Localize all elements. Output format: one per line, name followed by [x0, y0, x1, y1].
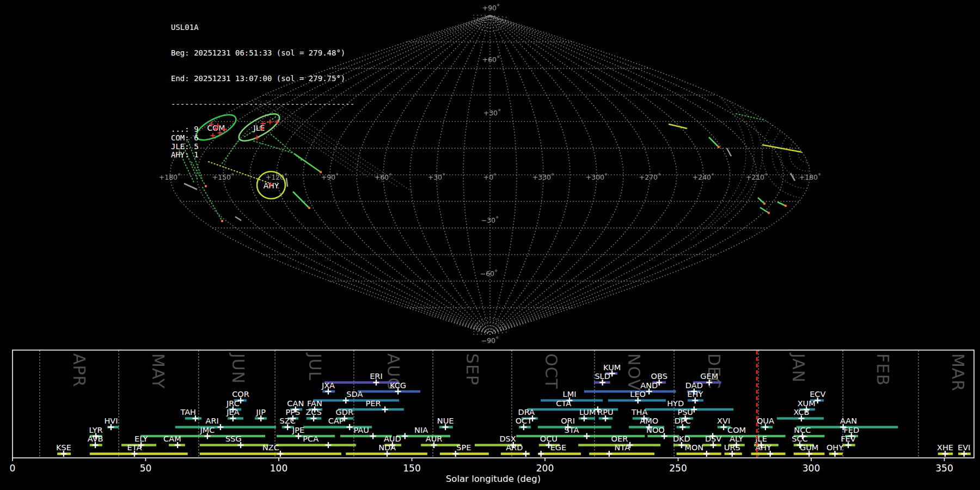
shower-bar-eta: [90, 452, 188, 455]
shower-bar-ege: [538, 452, 581, 455]
x-tick-label: 50: [140, 463, 152, 474]
shower-label-ard: ARD: [506, 443, 523, 452]
shower-label-gem: GEM: [700, 372, 718, 381]
shower-label-xhe: XHE: [937, 443, 953, 452]
shower-label-cam: CAM: [163, 434, 181, 443]
x-tick-label: 200: [536, 463, 554, 474]
shower-label-dad: DAD: [685, 381, 703, 390]
shower-label-gdr: GDR: [336, 408, 353, 416]
shower-bar-ari: [175, 426, 276, 428]
timeline-x-axis: 050100150200250300350Solar longitude (de…: [10, 458, 953, 484]
meteor-trail: [709, 137, 719, 147]
meteor-trail: [293, 192, 309, 208]
shower-label-aur: AUR: [426, 434, 443, 443]
shower-label-ssg: SSG: [225, 434, 242, 443]
shower-count-row: ...: 9: [171, 125, 354, 134]
shower-label-ari: ARI: [206, 416, 219, 425]
x-tick-label: 350: [935, 463, 953, 474]
map-longitude-label: +300˚: [586, 173, 608, 181]
shower-label-kum: KUM: [603, 363, 621, 372]
meteor-trail-end: [308, 207, 310, 209]
shower-label-jpe: JPE: [292, 426, 304, 434]
meteor-trail: [235, 217, 241, 220]
shower-label-sta: STA: [564, 426, 579, 434]
x-axis-title: Solar longitude (deg): [446, 474, 541, 484]
shower-label-lyr: LYR: [89, 426, 103, 434]
map-longitude-label: +270˚: [639, 173, 661, 181]
shower-label-sda: SDA: [346, 390, 363, 399]
map-longitude-label: +0˚: [483, 173, 497, 181]
shower-label-szc: SZC: [280, 416, 296, 425]
month-label-dec: DEC: [705, 353, 724, 389]
shower-label-psu: PSU: [677, 408, 693, 416]
shower-label-lmi: LMI: [563, 390, 577, 399]
shower-label-aan: AAN: [840, 416, 857, 425]
shower-label-eri: ERI: [370, 372, 383, 381]
meteor-trail: [789, 134, 813, 158]
shower-label-mon: MON: [684, 443, 703, 452]
meteor-trail: [795, 137, 821, 173]
shower-label-sld: SLD: [595, 372, 610, 381]
shower-count-row: AHY: 1: [171, 151, 354, 160]
shower-label-com: COM: [727, 426, 746, 434]
map-longitude-label: +210˚: [746, 173, 768, 181]
timeline-shower-bars: KUMERISLDOBSGEMJXAKCGANDDADCORSDALMILEOE…: [56, 363, 971, 457]
shower-label-fev: FEV: [841, 434, 856, 443]
shower-label-nue: NUE: [437, 416, 454, 425]
shower-label-cor: COR: [232, 390, 249, 399]
shower-label-ocu: OCU: [540, 434, 558, 443]
shower-bar-spe: [440, 452, 489, 455]
month-label-feb: FEB: [873, 353, 892, 386]
shower-bar-ssg: [200, 444, 268, 446]
month-label-apr: APR: [70, 353, 89, 387]
shower-label-pca: PCA: [303, 434, 318, 443]
shower-label-dsv: DSV: [705, 434, 721, 443]
map-longitude-label: +60˚: [375, 173, 393, 181]
shower-label-ncc: NCC: [794, 426, 811, 434]
shower-label-ori: ORI: [561, 416, 575, 425]
shower-label-nia: NIA: [414, 426, 428, 434]
map-latitude-label: +90˚: [482, 4, 500, 12]
shower-label-rpu: RPU: [597, 408, 613, 416]
shower-label-eta: ETA: [127, 443, 142, 452]
shower-label-pps: PPS: [286, 408, 301, 416]
meteor-trail-end: [763, 203, 765, 205]
plot-canvas: +90˚+60˚+30˚−30˚−60˚−90˚+180˚+150˚+120˚+…: [0, 0, 980, 490]
shower-label-pau: PAU: [353, 426, 369, 434]
shower-label-oer: OER: [611, 434, 628, 443]
shower-label-scc: SCC: [792, 434, 807, 443]
radiant-label-ahy: AHY: [264, 181, 279, 190]
meteor-trail: [727, 148, 731, 156]
month-label-jul: JUL: [305, 352, 324, 381]
shower-label-fan: FAN: [307, 399, 322, 408]
meteor-trail: [758, 198, 764, 204]
shower-count-row: COM: 6: [171, 134, 354, 143]
month-label-sep: SEP: [463, 353, 482, 385]
shower-label-dra: DRA: [518, 408, 535, 416]
shower-label-dkd: DKD: [673, 434, 690, 443]
shower-label-noo: NOO: [646, 426, 665, 434]
shower-label-nzc: NZC: [262, 443, 279, 452]
x-tick-label: 250: [669, 463, 687, 474]
shower-label-gum: GUM: [800, 443, 818, 452]
meteor-trail-end: [221, 220, 223, 222]
shower-label-evi: EVI: [958, 443, 970, 452]
shower-label-jmc: JMC: [199, 426, 215, 434]
shower-bar-kcg: [358, 390, 420, 393]
x-tick-label: 0: [10, 463, 16, 474]
shower-label-kse: KSE: [56, 443, 71, 452]
month-label-jan: JAN: [789, 352, 808, 383]
meteor-trail-end: [785, 205, 787, 207]
meteor-trail: [777, 202, 786, 206]
shower-bar-pca: [276, 444, 356, 446]
meteor-trail: [184, 183, 197, 189]
shower-label-avb: AVB: [88, 434, 103, 443]
shower-label-kcg: KCG: [390, 381, 406, 390]
shower-label-hyd: HYD: [667, 399, 684, 408]
meteor-trail-end: [718, 146, 720, 148]
shower-label-ely: ELY: [134, 434, 148, 443]
shower-label-ehy: EHY: [687, 390, 703, 399]
meteor-trail: [669, 124, 687, 128]
observation-header: USL01A Beg: 20251231 06:51:33 (sol = 279…: [171, 7, 354, 176]
shower-bar-nta: [589, 452, 654, 455]
